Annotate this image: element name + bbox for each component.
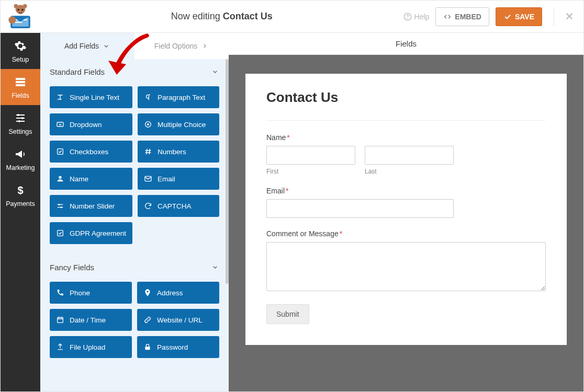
lock-icon <box>143 343 152 351</box>
nav-setup-label: Setup <box>1 56 40 63</box>
chevron-down-icon <box>211 263 219 271</box>
nav-fields-label: Fields <box>1 92 40 99</box>
svg-point-4 <box>21 8 23 10</box>
field-multiple-choice[interactable]: Multiple Choice <box>138 113 219 135</box>
field-row-name[interactable]: Name* First Last <box>266 133 546 175</box>
field-email[interactable]: Email <box>138 168 219 190</box>
group-standard-label: Standard Fields <box>50 67 105 76</box>
phone-icon <box>56 289 64 297</box>
field-date-time[interactable]: Date / Time <box>50 309 132 331</box>
field-website-url[interactable]: Website / URL <box>137 309 219 331</box>
label-name: Name* <box>266 133 546 142</box>
field-password[interactable]: Password <box>137 336 219 358</box>
sliders-icon <box>14 112 27 124</box>
chevron-down-icon <box>102 42 110 50</box>
refresh-icon <box>144 202 152 210</box>
field-name[interactable]: Name <box>50 168 132 190</box>
input-email[interactable] <box>266 199 454 218</box>
svg-rect-22 <box>58 149 63 155</box>
field-file-upload[interactable]: File Upload <box>50 336 132 358</box>
nav-fields[interactable]: Fields <box>1 69 40 105</box>
svg-rect-13 <box>16 81 25 83</box>
tab-add-fields[interactable]: Add Fields <box>40 33 134 59</box>
chevron-down-icon <box>211 67 219 76</box>
hash-icon <box>144 147 152 156</box>
input-comment[interactable] <box>266 242 546 291</box>
wpforms-logo-icon <box>7 4 33 30</box>
field-row-comment[interactable]: Comment or Message* <box>266 229 546 293</box>
nav-payments[interactable]: $ Payments <box>1 177 40 213</box>
editing-prefix: Now editing <box>171 11 223 21</box>
megaphone-icon <box>14 148 27 160</box>
save-button[interactable]: SAVE <box>496 7 542 26</box>
field-dropdown[interactable]: Dropdown <box>50 113 132 135</box>
link-icon <box>143 316 152 324</box>
svg-text:$: $ <box>17 185 23 196</box>
nav-settings[interactable]: Settings <box>1 105 40 141</box>
list-icon <box>14 76 27 88</box>
form-preview[interactable]: Contact Us Name* First Last <box>245 74 567 345</box>
map-marker-icon <box>143 289 152 297</box>
top-bar: Now editing Contact Us Help EMBED SAVE <box>1 1 583 33</box>
field-gdpr-agreement[interactable]: GDPR Agreement <box>50 222 132 244</box>
input-first-name[interactable] <box>266 146 355 165</box>
divider <box>266 120 546 121</box>
svg-rect-27 <box>58 230 63 236</box>
embed-button[interactable]: EMBED <box>435 7 489 26</box>
tab-field-options-label: Field Options <box>154 42 197 50</box>
field-phone[interactable]: Phone <box>50 282 132 304</box>
help-link[interactable]: Help <box>403 13 430 21</box>
check-square-icon <box>56 229 64 237</box>
submit-button[interactable]: Submit <box>266 304 309 324</box>
gear-icon <box>14 40 27 52</box>
checkbox-icon <box>56 147 64 156</box>
dollar-icon: $ <box>14 184 27 197</box>
editing-form-name: Contact Us <box>223 11 273 21</box>
tab-field-options[interactable]: Field Options <box>134 33 229 59</box>
field-single-line-text[interactable]: Single Line Text <box>50 86 132 108</box>
scrollbar[interactable] <box>226 59 229 284</box>
svg-point-15 <box>17 114 19 116</box>
nav-setup[interactable]: Setup <box>1 33 40 69</box>
calendar-icon <box>56 316 64 324</box>
sublabel-last: Last <box>365 168 454 175</box>
field-number-slider[interactable]: Number Slider <box>50 195 132 217</box>
field-captcha[interactable]: CAPTCHA <box>138 195 219 217</box>
nav-payments-label: Payments <box>1 200 40 207</box>
standard-fields-grid: Single Line Text Paragraph Text Dropdown… <box>50 86 219 244</box>
svg-point-26 <box>60 206 62 208</box>
svg-point-23 <box>59 176 61 179</box>
svg-rect-29 <box>58 317 63 322</box>
fancy-fields-grid: Phone Address Date / Time Website / URL … <box>50 282 219 358</box>
field-address[interactable]: Address <box>137 282 219 304</box>
code-icon <box>443 13 452 21</box>
field-checkboxes[interactable]: Checkboxes <box>50 141 132 163</box>
chevron-right-icon <box>200 42 209 50</box>
close-icon <box>565 11 574 21</box>
svg-point-17 <box>18 120 20 122</box>
form-title: Contact Us <box>266 89 546 106</box>
help-icon <box>403 13 412 21</box>
field-numbers[interactable]: Numbers <box>138 141 219 163</box>
paragraph-icon <box>144 93 152 101</box>
upload-icon <box>56 343 64 351</box>
user-icon <box>56 175 64 183</box>
svg-point-3 <box>17 8 19 10</box>
group-fancy-fields[interactable]: Fancy Fields <box>50 255 219 280</box>
svg-point-16 <box>21 117 24 119</box>
svg-rect-30 <box>145 347 150 350</box>
label-comment: Comment or Message* <box>266 229 546 238</box>
field-row-email[interactable]: Email* <box>266 187 546 218</box>
svg-point-21 <box>147 123 149 125</box>
embed-label: EMBED <box>455 13 481 21</box>
input-last-name[interactable] <box>365 146 454 165</box>
group-standard-fields[interactable]: Standard Fields <box>50 59 219 84</box>
close-button[interactable] <box>563 9 576 24</box>
nav-marketing[interactable]: Marketing <box>1 141 40 177</box>
divider <box>554 7 554 26</box>
slider-icon <box>56 202 64 210</box>
field-paragraph-text[interactable]: Paragraph Text <box>138 86 219 108</box>
svg-point-25 <box>58 204 60 205</box>
submit-label: Submit <box>276 310 299 318</box>
preview-area: Fields Contact Us Name* First <box>229 33 583 392</box>
